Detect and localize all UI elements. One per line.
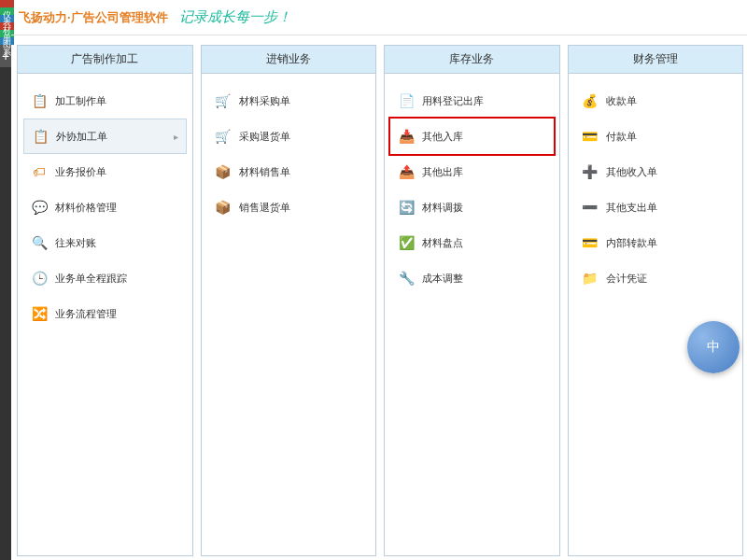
in-icon: 📥 [398, 128, 415, 145]
panel: 进销业务🛒材料采购单🛒采购退货单📦材料销售单📦销售退货单 [201, 45, 377, 556]
menu-item[interactable]: 💰收款单 [574, 83, 738, 119]
menu-item-label: 往来对账 [55, 236, 96, 250]
menu-item-label: 会计凭证 [606, 272, 647, 286]
menu-item[interactable]: 🏷业务报价单 [23, 154, 187, 189]
menu-item-label: 材料价格管理 [55, 201, 117, 215]
menu-item[interactable]: 🕒业务单全程跟踪 [23, 260, 187, 296]
menu-item[interactable]: ➖其他支出单 [574, 189, 738, 225]
clipboard-icon: 📋 [31, 92, 48, 109]
menu-item[interactable]: 🔄材料调拨 [390, 189, 554, 225]
panel: 库存业务📄用料登记出库📥其他入库📤其他出库🔄材料调拨✅材料盘点🔧成本调整 [384, 45, 560, 556]
panel-header: 财务管理 [569, 46, 743, 74]
chevron-right-icon: ▸ [174, 132, 178, 142]
menu-item-label: 材料调拨 [422, 201, 463, 215]
menu-item-label: 其他收入单 [606, 165, 657, 179]
menu-item[interactable]: 🔧成本调整 [390, 260, 554, 296]
panel-body: 🛒材料采购单🛒采购退货单📦材料销售单📦销售退货单 [202, 74, 376, 555]
doc-icon: 📄 [398, 92, 415, 109]
menu-item[interactable]: 🔀业务流程管理 [23, 296, 187, 331]
minus-icon: ➖ [582, 199, 599, 216]
search-icon: 🔍 [31, 234, 48, 251]
menu-item[interactable]: 📋加工制作单 [23, 83, 187, 119]
menu-item[interactable]: ✅材料盘点 [390, 225, 554, 260]
menu-item[interactable]: ➕其他收入单 [574, 154, 738, 189]
tag-icon: 🏷 [31, 163, 48, 180]
menu-item-label: 材料采购单 [239, 94, 290, 108]
panel: 广告制作加工📋加工制作单📋外协加工单▸🏷业务报价单💬材料价格管理🔍往来对账🕒业务… [17, 45, 193, 556]
menu-item-label: 材料盘点 [422, 236, 463, 250]
menu-item-label: 收款单 [606, 94, 637, 108]
menu-item-label: 外协加工单 [56, 130, 107, 144]
menu-item-label: 其他出库 [422, 165, 463, 179]
menu-item[interactable]: 📋外协加工单▸ [23, 119, 187, 154]
menu-item-label: 业务报价单 [55, 165, 106, 179]
leftbar-add-icon[interactable]: + [0, 45, 11, 67]
menu-item-label: 业务流程管理 [55, 307, 117, 321]
panel-body: 📄用料登记出库📥其他入库📤其他出库🔄材料调拨✅材料盘点🔧成本调整 [385, 74, 559, 555]
check-icon: ✅ [398, 234, 415, 251]
menu-item-label: 其他支出单 [606, 201, 657, 215]
panels-container: 广告制作加工📋加工制作单📋外协加工单▸🏷业务报价单💬材料价格管理🔍往来对账🕒业务… [17, 45, 743, 556]
plus-icon: ➕ [582, 163, 599, 180]
box-icon: 📦 [215, 163, 232, 180]
panel: 财务管理💰收款单💳付款单➕其他收入单➖其他支出单💳内部转款单📁会计凭证 [568, 45, 744, 556]
menu-item[interactable]: 📦材料销售单 [207, 154, 371, 189]
menu-item[interactable]: 📄用料登记出库 [390, 83, 554, 119]
menu-item[interactable]: 📥其他入库 [390, 119, 554, 154]
cart-icon: 🛒 [215, 128, 232, 145]
menu-item[interactable]: 💳内部转款单 [574, 225, 738, 260]
pay-icon: 💳 [582, 128, 599, 145]
menu-item-label: 用料登记出库 [422, 94, 484, 108]
brand-title: 飞扬动力·广告公司管理软件 [19, 9, 168, 26]
menu-item[interactable]: 🔍往来对账 [23, 225, 187, 260]
panel-header: 广告制作加工 [18, 46, 192, 74]
cart-icon: 🛒 [215, 92, 232, 109]
menu-item-label: 销售退货单 [239, 201, 290, 215]
wrench-icon: 🔧 [398, 270, 415, 287]
menu-item[interactable]: 📤其他出库 [390, 154, 554, 189]
panel-body: 💰收款单💳付款单➕其他收入单➖其他支出单💳内部转款单📁会计凭证 [569, 74, 743, 555]
menu-item[interactable]: 📁会计凭证 [574, 260, 738, 296]
menu-item-label: 采购退货单 [239, 130, 290, 144]
float-badge[interactable]: 中 [687, 321, 740, 373]
menu-item-label: 付款单 [606, 130, 637, 144]
coins-icon: 💰 [582, 92, 599, 109]
panel-header: 库存业务 [385, 46, 559, 74]
menu-item-label: 材料销售单 [239, 165, 290, 179]
menu-item[interactable]: 🛒材料采购单 [207, 83, 371, 119]
out-icon: 📤 [398, 163, 415, 180]
menu-item[interactable]: 📦销售退货单 [207, 189, 371, 225]
card-icon: 💳 [582, 234, 599, 251]
brand-slogan: 记录成长每一步！ [179, 8, 291, 26]
swap-icon: 🔄 [398, 199, 415, 216]
menu-item-label: 业务单全程跟踪 [55, 272, 127, 286]
panel-header: 进销业务 [202, 46, 376, 74]
file-icon: 📁 [582, 270, 599, 287]
left-sidebar: 仪 表 材 单 图 系 + [0, 0, 11, 560]
menu-item-label: 加工制作单 [55, 94, 106, 108]
clock-icon: 🕒 [31, 270, 48, 287]
leftbar-item[interactable]: 系 [0, 37, 14, 45]
menu-item[interactable]: 🛒采购退货单 [207, 119, 371, 154]
menu-item-label: 其他入库 [422, 130, 463, 144]
menu-item-label: 内部转款单 [606, 236, 657, 250]
chat-icon: 💬 [31, 199, 48, 216]
app-header: 飞扬动力·广告公司管理软件 记录成长每一步！ [11, 0, 747, 35]
menu-item-label: 成本调整 [422, 272, 463, 286]
menu-item[interactable]: 💳付款单 [574, 119, 738, 154]
panel-body: 📋加工制作单📋外协加工单▸🏷业务报价单💬材料价格管理🔍往来对账🕒业务单全程跟踪🔀… [18, 74, 192, 555]
clipboard-icon: 📋 [32, 128, 49, 145]
box-icon: 📦 [215, 199, 232, 216]
flow-icon: 🔀 [31, 305, 48, 322]
menu-item[interactable]: 💬材料价格管理 [23, 189, 187, 225]
